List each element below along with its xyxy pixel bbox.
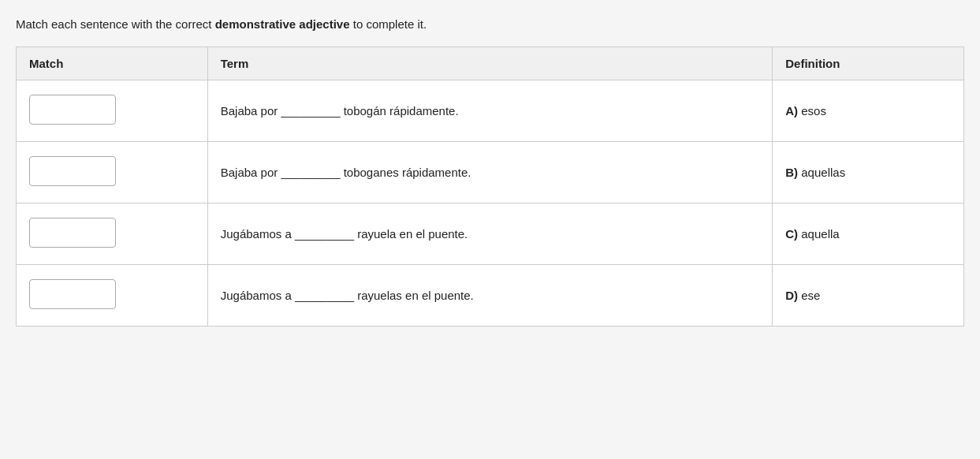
table-header-row: Match Term Definition	[17, 47, 964, 80]
term-cell-2: Jugábamos a _________ rayuela en el puen…	[207, 203, 773, 264]
definition-value-2: aquella	[801, 227, 839, 241]
definition-value-3: ese	[801, 289, 820, 302]
definition-value-1: aquellas	[801, 166, 845, 179]
definition-value-0: esos	[801, 104, 826, 118]
definition-text-0: A) esos	[785, 104, 826, 118]
term-cell-1: Bajaba por _________ toboganes rápidamen…	[207, 141, 773, 203]
match-cell-3	[17, 264, 208, 326]
header-definition: Definition	[773, 47, 964, 80]
instruction-bold: demonstrative adjective	[215, 17, 350, 31]
table-row: Jugábamos a _________ rayuelas en el pue…	[17, 264, 964, 326]
definition-label-3: D)	[785, 289, 801, 302]
definition-text-2: C) aquella	[785, 227, 839, 241]
match-cell-0	[17, 80, 208, 141]
instruction-after: to complete it.	[350, 17, 427, 31]
answer-box-3[interactable]	[29, 279, 116, 309]
instruction-text: Match each sentence with the correct dem…	[16, 16, 964, 34]
definition-cell-3: D) ese	[773, 264, 964, 326]
table-row: Bajaba por _________ toboganes rápidamen…	[17, 141, 964, 203]
answer-box-1[interactable]	[29, 156, 116, 186]
definition-label-1: B)	[785, 166, 801, 179]
definition-cell-1: B) aquellas	[773, 141, 964, 203]
table-row: Jugábamos a _________ rayuela en el puen…	[17, 203, 964, 264]
match-cell-1	[17, 141, 208, 203]
answer-box-0[interactable]	[29, 95, 116, 125]
term-cell-0: Bajaba por _________ tobogán rápidamente…	[207, 80, 773, 141]
definition-cell-2: C) aquella	[773, 203, 964, 264]
match-cell-2	[17, 203, 208, 264]
header-match: Match	[17, 47, 208, 80]
match-table: Match Term Definition Bajaba por _______…	[16, 47, 964, 327]
definition-label-2: C)	[785, 227, 801, 241]
table-row: Bajaba por _________ tobogán rápidamente…	[17, 80, 964, 141]
definition-cell-0: A) esos	[773, 80, 964, 141]
header-term: Term	[207, 47, 773, 80]
term-cell-3: Jugábamos a _________ rayuelas en el pue…	[207, 264, 773, 326]
answer-box-2[interactable]	[29, 218, 116, 248]
definition-label-0: A)	[785, 104, 801, 118]
definition-text-3: D) ese	[785, 289, 820, 302]
instruction-before: Match each sentence with the correct	[16, 17, 215, 31]
definition-text-1: B) aquellas	[785, 166, 845, 179]
